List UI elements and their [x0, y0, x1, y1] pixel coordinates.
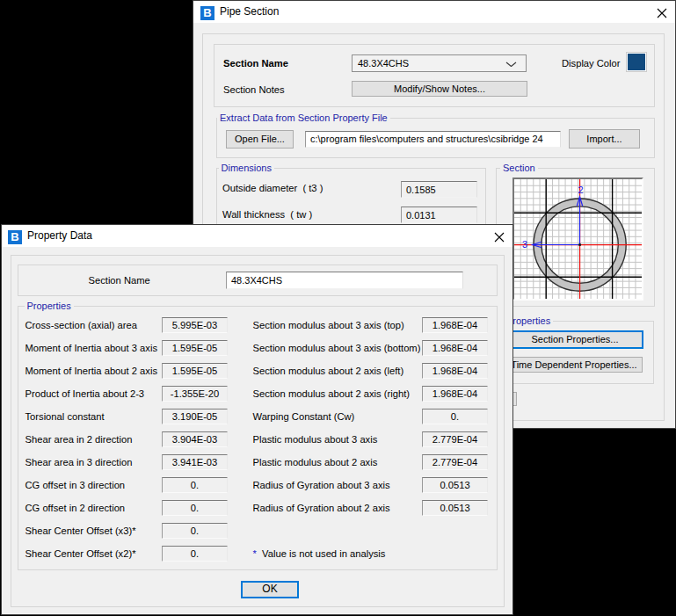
svg-text:2: 2	[578, 185, 583, 195]
svg-text:3: 3	[522, 239, 527, 250]
